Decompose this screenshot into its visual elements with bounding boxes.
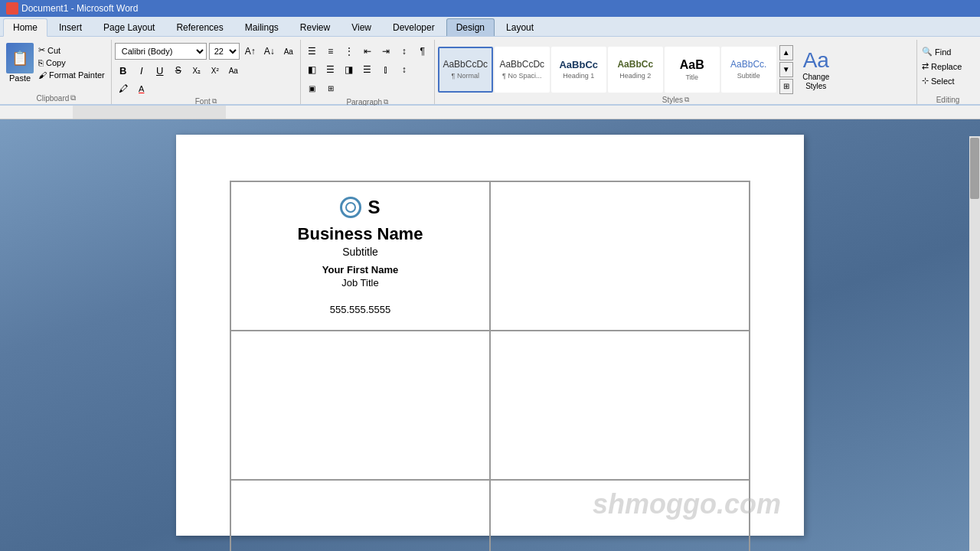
ruler-marks — [8, 106, 972, 119]
style-normal[interactable]: AaBbCcDc ¶ Normal — [438, 47, 493, 93]
card-empty-2 — [230, 331, 490, 480]
card-main: S Business Name Subtitle Your First Name… — [230, 181, 490, 331]
card-first-name: Your First Name — [322, 264, 398, 276]
tab-developer[interactable]: Developer — [383, 18, 445, 36]
style-title-label: Title — [685, 73, 698, 81]
show-marks-button[interactable]: ¶ — [414, 43, 431, 60]
styles-more[interactable]: ⊞ — [779, 79, 793, 94]
copy-button[interactable]: ⎘ Copy — [37, 57, 106, 68]
change-case-button[interactable]: Aa — [225, 62, 242, 79]
decrease-indent-button[interactable]: ⇤ — [359, 43, 376, 60]
cut-label: Cut — [47, 46, 60, 55]
align-left-button[interactable]: ◧ — [304, 61, 321, 78]
tab-references[interactable]: References — [166, 18, 233, 36]
style-heading1-label: Heading 1 — [563, 72, 594, 80]
style-heading2-label: Heading 2 — [619, 72, 651, 80]
vertical-scrollbar[interactable] — [969, 136, 980, 551]
tab-layout[interactable]: Layout — [496, 18, 544, 36]
borders-button[interactable]: ⊞ — [322, 80, 339, 96]
card-job-title: Job Title — [341, 277, 378, 289]
font-size-select[interactable]: 22 — [209, 43, 240, 60]
style-subtitle-text: AaBbCc. — [730, 59, 766, 70]
style-heading1[interactable]: AaBbCc Heading 1 — [551, 47, 606, 93]
sort-button[interactable]: ↕ — [396, 43, 413, 60]
styles-dialog-launcher[interactable]: ⧉ — [684, 96, 689, 104]
styles-group-label: Styles — [662, 96, 683, 104]
style-title-text: AaB — [680, 57, 704, 72]
font-name-select[interactable]: Calibri (Body) — [115, 43, 207, 60]
text-color-button[interactable]: A — [133, 80, 150, 97]
italic-button[interactable]: I — [133, 62, 150, 79]
format-painter-button[interactable]: 🖌 Format Painter — [37, 70, 106, 80]
select-icon: ⊹ — [922, 76, 929, 86]
increase-font-button[interactable]: A↑ — [242, 43, 259, 60]
justify-button[interactable]: ☰ — [359, 61, 376, 78]
numbering-button[interactable]: ≡ — [322, 43, 339, 60]
shading-button[interactable]: ▣ — [304, 80, 321, 96]
scissors-icon: ✂ — [38, 45, 45, 55]
paste-icon: 📋 — [6, 43, 34, 73]
paste-button[interactable]: 📋 Paste — [6, 43, 34, 83]
font-group: Calibri (Body) 22 A↑ A↓ Aa B I U S X₂ X²… — [112, 40, 301, 104]
select-button[interactable]: ⊹ Select — [920, 75, 975, 86]
style-subtitle-label: Subtitle — [737, 72, 760, 80]
tab-insert[interactable]: Insert — [49, 18, 92, 36]
highlight-button[interactable]: 🖍 — [115, 80, 132, 97]
change-styles-label: Change Styles — [798, 73, 835, 91]
select-label: Select — [931, 77, 955, 86]
card-empty-1 — [490, 181, 750, 331]
style-subtitle[interactable]: AaBbCc. Subtitle — [721, 47, 776, 93]
paste-label: Paste — [9, 73, 31, 83]
ruler — [0, 106, 980, 119]
font-dialog-launcher[interactable]: ⧉ — [212, 97, 217, 106]
style-title[interactable]: AaB Title — [665, 47, 720, 93]
card-logo — [340, 197, 361, 218]
styles-scroll-down[interactable]: ▼ — [779, 62, 793, 77]
subscript-button[interactable]: X₂ — [188, 62, 205, 79]
watermark: shmoggo.com — [593, 488, 781, 520]
find-label: Find — [935, 47, 951, 57]
align-right-button[interactable]: ◨ — [341, 61, 358, 78]
clipboard-group-label: Clipboard ⧉ — [2, 93, 111, 103]
clipboard-group: 📋 Paste ✂ Cut ⎘ Copy 🖌 Format Painter Cl… — [2, 40, 112, 104]
cut-button[interactable]: ✂ Cut — [37, 44, 106, 56]
editing-group: 🔍 Find ⇄ Replace ⊹ Select Editing — [917, 40, 978, 104]
app-icon — [6, 2, 18, 15]
find-button[interactable]: 🔍 Find — [920, 46, 975, 57]
decrease-font-button[interactable]: A↓ — [261, 43, 278, 60]
tab-design[interactable]: Design — [446, 18, 495, 36]
clipboard-dialog-launcher[interactable]: ⧉ — [70, 93, 76, 103]
bullets-button[interactable]: ☰ — [304, 43, 321, 60]
style-normal-label: ¶ Normal — [452, 72, 479, 80]
tab-page-layout[interactable]: Page Layout — [93, 18, 165, 36]
scroll-thumb[interactable] — [970, 138, 979, 199]
style-heading2[interactable]: AaBbCc Heading 2 — [608, 47, 663, 93]
align-center-button[interactable]: ☰ — [322, 61, 339, 78]
clipboard-small-buttons: ✂ Cut ⎘ Copy 🖌 Format Painter — [37, 44, 106, 80]
increase-indent-button[interactable]: ⇥ — [377, 43, 394, 60]
font-group-label: Font — [195, 97, 211, 106]
style-heading2-text: AaBbCc — [617, 59, 653, 70]
columns-button[interactable]: ⫿ — [377, 61, 394, 78]
tab-view[interactable]: View — [341, 18, 381, 36]
line-spacing-button[interactable]: ↕ — [396, 61, 413, 78]
copy-icon: ⎘ — [38, 58, 44, 67]
strikethrough-button[interactable]: S — [170, 62, 187, 79]
change-styles-button[interactable]: Aa Change Styles — [795, 45, 838, 94]
style-normal-text: AaBbCcDc — [443, 59, 488, 70]
tab-home[interactable]: Home — [3, 18, 47, 37]
ribbon-tabs: Home Insert Page Layout References Maili… — [0, 17, 980, 37]
clear-format-button[interactable]: Aa — [280, 43, 297, 60]
tab-mailings[interactable]: Mailings — [235, 18, 289, 36]
bold-button[interactable]: B — [115, 62, 132, 79]
style-no-spacing-text: AaBbCcDc — [499, 59, 544, 70]
superscript-button[interactable]: X² — [207, 62, 224, 79]
tab-review[interactable]: Review — [290, 18, 340, 36]
multilevel-list-button[interactable]: ⋮ — [341, 43, 358, 60]
card-subtitle: Subtitle — [342, 246, 378, 258]
format-painter-icon: 🖌 — [38, 70, 47, 80]
styles-scroll-up[interactable]: ▲ — [779, 45, 793, 60]
underline-button[interactable]: U — [152, 62, 168, 79]
replace-button[interactable]: ⇄ Replace — [920, 60, 975, 72]
style-no-spacing[interactable]: AaBbCcDc ¶ No Spaci... — [495, 47, 550, 93]
